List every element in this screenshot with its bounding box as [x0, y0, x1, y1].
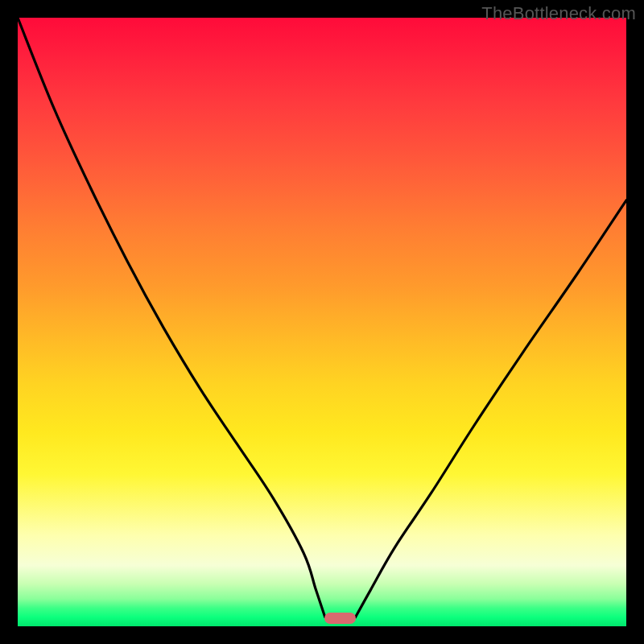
watermark-text: TheBottleneck.com	[481, 3, 636, 24]
curve-left-branch	[18, 18, 325, 617]
bottleneck-curve	[18, 18, 626, 626]
optimal-range-marker	[324, 613, 356, 624]
chart-frame: TheBottleneck.com	[0, 0, 644, 644]
chart-plot-area	[18, 18, 626, 626]
curve-right-branch	[356, 200, 626, 617]
